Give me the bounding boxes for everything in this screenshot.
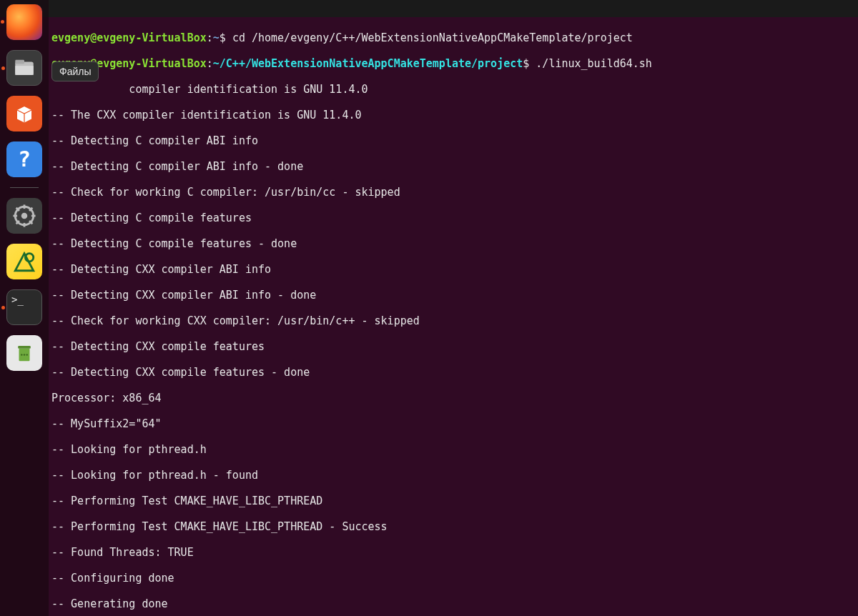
- top-panel[interactable]: [0, 0, 858, 17]
- output-line: -- MySuffix2="64": [51, 417, 855, 430]
- output-line: -- Check for working C compiler: /usr/bi…: [51, 186, 855, 199]
- output-line: -- Performing Test CMAKE_HAVE_LIBC_PTHRE…: [51, 495, 855, 507]
- sep: :: [207, 57, 213, 70]
- svg-point-18: [24, 354, 26, 356]
- output-line: -- Generating done: [51, 597, 855, 610]
- terminal-glyph: >_: [7, 290, 41, 324]
- svg-point-4: [21, 213, 28, 219]
- output-line: -- Detecting CXX compiler ABI info - don…: [51, 289, 855, 302]
- output-line: -- Configuring done: [51, 572, 855, 585]
- files-icon[interactable]: Файлы: [6, 50, 42, 86]
- output-line: compiler identification is GNU 11.4.0: [51, 83, 855, 96]
- svg-rect-1: [15, 60, 24, 64]
- cmd: cd /home/evgeny/C++/WebExtensionNativeAp…: [232, 31, 633, 44]
- output-line: -- Detecting CXX compile features - done: [51, 366, 855, 379]
- output-line: -- Found Threads: TRUE: [51, 546, 855, 559]
- prompt-line-2: evgeny@evgeny-VirtualBox:~/C++/WebExtens…: [51, 57, 855, 70]
- output-line: -- Check for working CXX compiler: /usr/…: [51, 314, 855, 327]
- svg-point-17: [21, 354, 23, 356]
- output-line: -- Detecting CXX compiler ABI info: [51, 263, 855, 276]
- help-icon[interactable]: ?: [6, 141, 42, 177]
- svg-rect-2: [15, 66, 34, 75]
- help-glyph: ?: [18, 153, 31, 166]
- path: ~/C++/WebExtensionNativeAppCMakeTemplate…: [213, 57, 523, 70]
- path: ~: [213, 31, 220, 44]
- firefox-icon[interactable]: [6, 4, 42, 40]
- output-line: -- Performing Test CMAKE_HAVE_LIBC_PTHRE…: [51, 520, 855, 533]
- dock: Файлы ? >_: [0, 0, 49, 616]
- prompt-line-1: evgeny@evgeny-VirtualBox:~$ cd /home/evg…: [51, 31, 855, 44]
- tooltip-text: Файлы: [59, 66, 91, 77]
- svg-point-19: [26, 354, 29, 356]
- trash-icon[interactable]: [6, 335, 42, 371]
- output-line: Processor: x86_64: [51, 392, 855, 404]
- dollar: $: [523, 57, 536, 70]
- settings-icon[interactable]: [6, 198, 42, 234]
- output-line: -- Detecting CXX compile features: [51, 340, 855, 353]
- terminal-icon[interactable]: >_: [6, 289, 42, 325]
- cmd: ./linux_build64.sh: [536, 57, 652, 70]
- dollar: $: [220, 31, 232, 44]
- output-line: -- Detecting C compiler ABI info - done: [51, 160, 855, 173]
- userhost: evgeny@evgeny-VirtualBox: [51, 31, 207, 44]
- accessories-icon[interactable]: [6, 244, 42, 279]
- output-line: -- The CXX compiler identification is GN…: [51, 109, 855, 121]
- svg-rect-16: [18, 346, 31, 349]
- output-line: -- Looking for pthread.h: [51, 443, 855, 456]
- output-line: -- Looking for pthread.h - found: [51, 469, 855, 482]
- output-line: -- Detecting C compile features - done: [51, 237, 855, 250]
- sep: :: [207, 31, 213, 44]
- output-line: -- Detecting C compile features: [51, 212, 855, 224]
- dock-divider: [10, 187, 39, 188]
- software-center-icon[interactable]: [6, 96, 42, 131]
- output-line: -- Detecting C compiler ABI info: [51, 134, 855, 147]
- terminal-output[interactable]: evgeny@evgeny-VirtualBox:~$ cd /home/evg…: [49, 17, 858, 616]
- files-tooltip: Файлы: [51, 61, 99, 81]
